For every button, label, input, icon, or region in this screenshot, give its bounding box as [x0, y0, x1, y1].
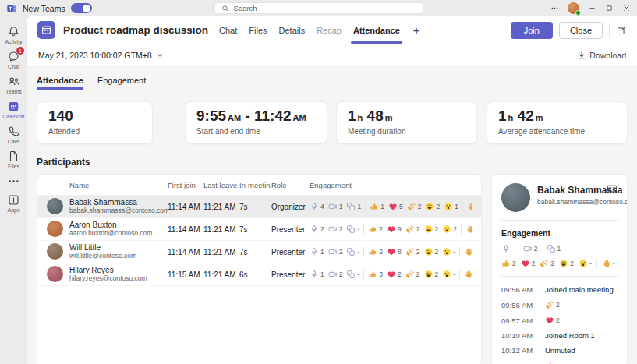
- presence-indicator: [575, 10, 581, 16]
- detail-avatar: [501, 183, 530, 212]
- card-label: Start and end time: [196, 127, 316, 136]
- column-header: Engagement: [310, 181, 472, 189]
- summary-card: 1h 42mAverage attendance time: [487, 101, 628, 144]
- sidebar-item-label: Teams: [5, 89, 22, 94]
- rooms-count: 1: [547, 244, 561, 253]
- tab-details[interactable]: Details: [279, 16, 306, 44]
- tab-chat[interactable]: Chat: [219, 16, 237, 44]
- in-meeting-duration: 6s: [239, 270, 271, 279]
- column-header: Last leave: [203, 181, 239, 189]
- sidebar-item-teams[interactable]: Teams: [0, 72, 27, 97]
- sidebar-item-calendar[interactable]: Calendar: [0, 97, 27, 122]
- clap-count: 2: [405, 247, 420, 256]
- report-tab-attendance[interactable]: Attendance: [37, 76, 83, 90]
- sidebar-item-label: Files: [8, 164, 19, 169]
- like-count: 1: [370, 202, 384, 211]
- contact-card-icon[interactable]: [607, 183, 618, 194]
- minimize-button[interactable]: [588, 4, 596, 12]
- camera-count: 2: [328, 224, 343, 234]
- sidebar-item-files[interactable]: Files: [0, 147, 27, 171]
- sidebar-item-activity[interactable]: Activity: [0, 22, 27, 47]
- participant-avatar: [47, 221, 63, 237]
- heart-count: 9: [387, 224, 402, 234]
- participant-email: will.little@contoso.com: [69, 253, 136, 260]
- summary-card: 1h 48mMeeting duration: [336, 101, 477, 144]
- download-button[interactable]: Download: [577, 51, 626, 60]
- participant-row[interactable]: Hilary Reyeshilary.reyes@contoso.com11:1…: [37, 263, 481, 286]
- new-teams-label: New Teams: [23, 4, 65, 13]
- first-join-value: 11:14 AM: [168, 203, 203, 211]
- maximize-button[interactable]: [605, 4, 614, 12]
- report-tabs: AttendanceEngagement: [37, 76, 628, 90]
- timeline-entry: 10:12 AMUnmuted: [501, 346, 618, 355]
- hand-count: -: [467, 202, 472, 211]
- tab-files[interactable]: Files: [249, 16, 267, 44]
- sidebar-item-more[interactable]: [0, 171, 27, 190]
- user-avatar[interactable]: [568, 2, 579, 14]
- join-button[interactable]: Join: [511, 22, 553, 39]
- meeting-header: Product roadmap discussion ChatFilesDeta…: [27, 16, 637, 44]
- participant-row[interactable]: Will Littlewill.little@contoso.com11:14 …: [37, 241, 481, 263]
- card-label: Meeting duration: [348, 127, 465, 136]
- session-selector[interactable]: [156, 51, 164, 59]
- sidebar-item-apps[interactable]: Apps: [0, 190, 27, 215]
- timeline-entry: 10:52 AM: [501, 361, 618, 364]
- open-in-window-icon[interactable]: [616, 25, 627, 36]
- timeline-event: Joined main meeting: [545, 285, 614, 294]
- card-value: 1h 42m: [498, 108, 616, 125]
- tab-recap[interactable]: Recap: [317, 16, 342, 44]
- column-header: In-meetin…: [239, 181, 271, 189]
- card-value: 140: [48, 108, 141, 125]
- table-header: NameFirst joinLast leaveIn-meetin…RoleEn…: [37, 175, 481, 196]
- participant-engagement: 12-2822--: [310, 247, 472, 256]
- timeline-time: 09:56 AM: [501, 285, 537, 294]
- like-count: 2: [501, 259, 516, 268]
- last-leave-value: 11:21 AM: [203, 203, 239, 211]
- participant-row[interactable]: Aaron Buxtonaaron.buxton@contoso.com11:1…: [37, 218, 481, 241]
- clap-count: 2: [540, 259, 554, 268]
- hand-count: -: [602, 259, 615, 268]
- heart-count: 2: [545, 316, 560, 325]
- sidebar-item-chat[interactable]: 1Chat: [0, 47, 27, 72]
- download-icon: [577, 51, 586, 60]
- titlebar-more-button[interactable]: [550, 4, 559, 12]
- timeline-time: 10:12 AM: [501, 346, 537, 355]
- add-tab-button[interactable]: +: [412, 23, 422, 37]
- mic-count: -: [501, 244, 515, 253]
- phone-icon: [7, 125, 20, 138]
- clap-count: 2: [407, 202, 422, 211]
- close-button[interactable]: Close: [559, 22, 603, 39]
- report-tab-engagement[interactable]: Engagement: [97, 76, 146, 90]
- like-count: 2: [368, 247, 383, 256]
- teams-logo-icon: [6, 3, 17, 14]
- hand-count: -: [464, 270, 472, 279]
- timeline-time: 10:52 AM: [501, 362, 537, 364]
- card-label: Attended: [48, 127, 141, 136]
- divider: [501, 276, 618, 277]
- close-icon: [622, 4, 631, 12]
- mic-count: 1: [310, 247, 324, 256]
- participant-row[interactable]: Babak Shammassababak.shammassa@contoso.c…: [37, 196, 481, 218]
- camera-count: 2: [328, 270, 343, 279]
- close-window-button[interactable]: [622, 4, 631, 12]
- participant-email: hilary.reyes@contoso.com: [69, 275, 147, 283]
- participants-heading: Participants: [37, 157, 628, 168]
- notification-badge: 1: [16, 47, 24, 55]
- participant-engagement: 22-29222-: [310, 224, 472, 234]
- meeting-date-bar: May 21, 2023 10:00:02 GTM+8 Download: [27, 44, 637, 66]
- search-input[interactable]: Search: [214, 2, 423, 14]
- timeline-entry: 09:57 AM2: [501, 316, 618, 325]
- new-teams-toggle[interactable]: [71, 3, 92, 13]
- rooms-count: -: [346, 247, 359, 256]
- sidebar-item-calls[interactable]: Calls: [0, 122, 27, 147]
- detail-email: babak.shammassa@contoso.com: [537, 198, 600, 206]
- surprised-count: -: [442, 270, 455, 279]
- chevron-down-icon: [156, 51, 164, 59]
- clap-count: 2: [405, 224, 420, 234]
- rooms-count: -: [346, 224, 359, 234]
- engagement-heading: Engagement: [501, 228, 618, 238]
- detail-name: Babak Shammassa: [537, 185, 600, 196]
- tab-attendance[interactable]: Attendance: [353, 16, 400, 44]
- minimize-icon: [588, 4, 596, 12]
- timeline-time: 10:10 AM: [501, 331, 537, 340]
